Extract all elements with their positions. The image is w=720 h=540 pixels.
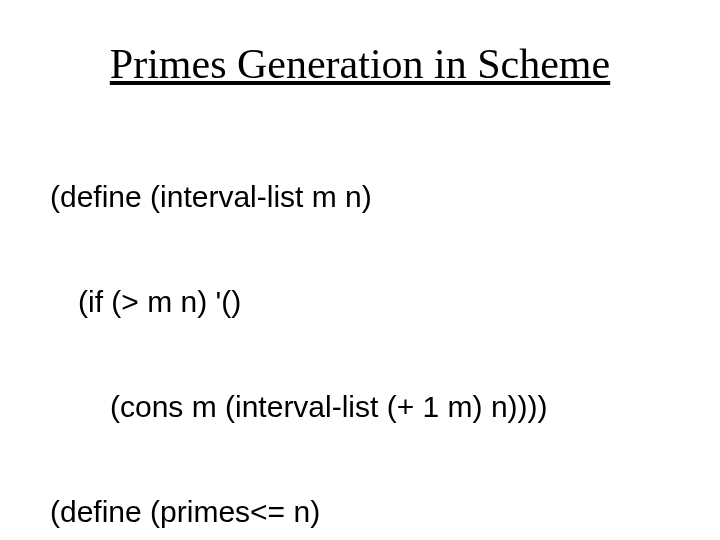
- code-line: (define (primes<= n): [50, 486, 670, 539]
- slide-title: Primes Generation in Scheme: [50, 40, 670, 88]
- code-line: (if (> m n) '(): [50, 276, 670, 329]
- code-block: (define (interval-list m n) (if (> m n) …: [50, 118, 670, 540]
- code-line: (cons m (interval-list (+ 1 m) n)))): [50, 381, 670, 434]
- code-line: (define (interval-list m n): [50, 171, 670, 224]
- slide: Primes Generation in Scheme (define (int…: [0, 0, 720, 540]
